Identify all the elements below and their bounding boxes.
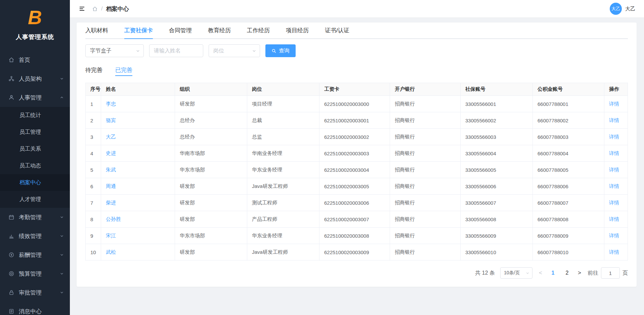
table-row: 9 宋江 华东市场部 华东业务经理 6225100020003008 招商银行 …: [86, 228, 628, 244]
cell-fund-account: 66007788001: [533, 96, 604, 112]
tab-entry-materials[interactable]: 入职材料: [85, 23, 108, 38]
company-select-value: 字节盒子: [90, 47, 112, 54]
post-select[interactable]: 岗位: [209, 44, 260, 57]
name-search-input[interactable]: [149, 44, 203, 57]
sidebar-item-performance[interactable]: 绩效管理: [0, 227, 70, 245]
detail-link[interactable]: 详情: [604, 244, 628, 261]
sidebar-item-employee-relations[interactable]: 员工关系: [0, 141, 70, 157]
app-title: 人事管理系统: [16, 33, 54, 41]
submenu-label: 人才管理: [19, 196, 41, 203]
cell-index: 1: [86, 96, 101, 112]
hr-management-submenu: 员工统计 员工管理 员工关系 员工动态 档案中心 人才管理: [0, 107, 70, 208]
avatar[interactable]: 大乙: [610, 3, 622, 15]
cell-post: 总监: [247, 129, 319, 145]
chevron-down-icon: [60, 290, 64, 294]
search-button[interactable]: 查询: [265, 44, 296, 57]
sidebar-item-home[interactable]: 首页: [0, 50, 70, 69]
submenu-label: 档案中心: [19, 179, 41, 186]
col-post: 岗位: [247, 83, 319, 96]
cell-org: 研发部: [175, 178, 247, 195]
sidebar-item-org-structure[interactable]: 人员架构: [0, 69, 70, 88]
tab-bar: 入职材料 工资社保卡 合同管理 教育经历 工作经历 项目经历 证书/认证: [85, 23, 628, 39]
cell-salary-card: 6225100020003002: [319, 129, 390, 145]
cell-salary-card: 6225100020003007: [319, 211, 390, 228]
breadcrumb-home-icon[interactable]: [92, 6, 98, 12]
user-icon: [8, 94, 15, 101]
employee-name-link[interactable]: 公孙胜: [101, 211, 175, 228]
company-select[interactable]: 字节盒子: [85, 44, 144, 57]
detail-link[interactable]: 详情: [604, 195, 628, 211]
cell-org: 研发部: [175, 244, 247, 261]
cell-bank: 招商银行: [390, 112, 461, 129]
chevron-down-icon: [526, 271, 529, 275]
sidebar: B 人事管理系统 首页 人员架构 人事管理: [0, 0, 70, 315]
tab-contract-management[interactable]: 合同管理: [169, 23, 192, 38]
employee-name-link[interactable]: 李忠: [101, 96, 175, 112]
sidebar-item-employee-management[interactable]: 员工管理: [0, 124, 70, 141]
employee-name-link[interactable]: 周通: [101, 178, 175, 195]
cell-post: 产品工程师: [247, 211, 319, 228]
table-row: 10 武松 研发部 Java研发工程师 6225100020003009 招商银…: [86, 244, 628, 261]
lock-icon: [8, 289, 15, 296]
goto-page-input[interactable]: [601, 267, 620, 279]
cell-post: 华东业务经理: [247, 162, 319, 178]
next-page-button[interactable]: >: [577, 270, 582, 276]
table-row: 5 朱武 华东市场部 华东业务经理 6225100020003004 招商银行 …: [86, 162, 628, 178]
cell-salary-card: 6225100020003008: [319, 228, 390, 244]
search-button-label: 查询: [279, 47, 290, 54]
employee-name-link[interactable]: 宋江: [101, 228, 175, 244]
submenu-label: 员工统计: [19, 112, 41, 119]
sidebar-item-employee-stats[interactable]: 员工统计: [0, 107, 70, 124]
cell-salary-card: 6225100020003001: [319, 112, 390, 129]
col-social-account: 社保账号: [461, 83, 533, 96]
employee-name-link[interactable]: 史进: [101, 145, 175, 162]
employee-name-link[interactable]: 武松: [101, 244, 175, 261]
collapse-menu-icon[interactable]: [79, 5, 85, 12]
employee-name-link[interactable]: 骆宾: [101, 112, 175, 129]
detail-link[interactable]: 详情: [604, 162, 628, 178]
employee-name-link[interactable]: 朱武: [101, 162, 175, 178]
page-size-select[interactable]: 10条/页: [500, 267, 532, 279]
detail-link[interactable]: 详情: [604, 96, 628, 112]
tab-project-history[interactable]: 项目经历: [286, 23, 309, 38]
cell-bank: 招商银行: [390, 145, 461, 162]
sidebar-item-salary[interactable]: 薪酬管理: [0, 245, 70, 264]
detail-link[interactable]: 详情: [604, 228, 628, 244]
tab-work-history[interactable]: 工作经历: [247, 23, 270, 38]
sidebar-item-label: 绩效管理: [19, 232, 60, 240]
cell-fund-account: 66007788010: [533, 244, 604, 261]
sidebar-item-hr-management[interactable]: 人事管理: [0, 88, 70, 107]
employee-name-link[interactable]: 柴进: [101, 195, 175, 211]
sidebar-item-message-center[interactable]: 消息中心: [0, 302, 70, 315]
tab-salary-social-card[interactable]: 工资社保卡: [124, 23, 153, 38]
submenu-label: 员工管理: [19, 129, 41, 136]
sidebar-item-approval[interactable]: 审批管理: [0, 283, 70, 302]
sidebar-item-archive-center[interactable]: 档案中心: [0, 174, 70, 191]
cell-index: 5: [86, 162, 101, 178]
cell-index: 8: [86, 211, 101, 228]
sidebar-item-employee-dynamics[interactable]: 员工动态: [0, 157, 70, 174]
detail-link[interactable]: 详情: [604, 129, 628, 145]
tab-certificates[interactable]: 证书/认证: [325, 23, 349, 38]
detail-link[interactable]: 详情: [604, 145, 628, 162]
page-number-2[interactable]: 2: [563, 270, 571, 276]
employee-name-link[interactable]: 大乙: [101, 129, 175, 145]
cell-org: 研发部: [175, 211, 247, 228]
chevron-down-icon: [136, 49, 140, 53]
sidebar-item-talent-management[interactable]: 人才管理: [0, 191, 70, 208]
subtab-incomplete[interactable]: 待完善: [85, 64, 102, 76]
detail-link[interactable]: 详情: [604, 211, 628, 228]
cell-org: 总经办: [175, 129, 247, 145]
app-logo: B: [23, 5, 47, 30]
detail-link[interactable]: 详情: [604, 178, 628, 195]
prev-page-button[interactable]: <: [538, 270, 543, 276]
cell-social-account: 33005566007: [461, 195, 533, 211]
detail-link[interactable]: 详情: [604, 112, 628, 129]
sidebar-item-attendance[interactable]: 考勤管理: [0, 208, 70, 227]
subtab-complete[interactable]: 已完善: [115, 64, 132, 76]
sidebar-item-budget[interactable]: 预算管理: [0, 264, 70, 283]
breadcrumb: / 档案中心: [92, 5, 129, 13]
page-number-1[interactable]: 1: [549, 270, 557, 276]
tab-education-history[interactable]: 教育经历: [208, 23, 231, 38]
salary-card-table: 序号 姓名 组织 岗位 工资卡 开户银行 社保账号 公积金账号 操作 1 李忠 …: [85, 83, 628, 261]
